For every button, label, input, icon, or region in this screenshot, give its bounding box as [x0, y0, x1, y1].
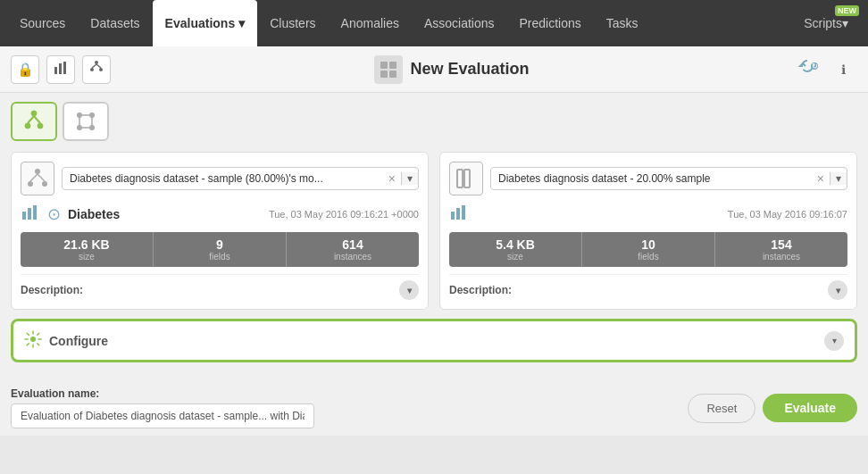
- eval-name-section: Evaluation name:: [11, 387, 677, 428]
- right-panel-arrow[interactable]: ▾: [830, 172, 847, 185]
- evaluate-button[interactable]: Evaluate: [763, 394, 857, 422]
- evaluation-icon: [374, 55, 403, 84]
- info-icon: ℹ: [841, 62, 846, 77]
- info-button[interactable]: ℹ: [829, 55, 857, 84]
- svg-rect-0: [54, 67, 57, 74]
- svg-point-14: [31, 111, 37, 116]
- right-panel-top: Diabetes diagnosis dataset - 20.00% samp…: [449, 162, 847, 195]
- svg-point-40: [30, 337, 36, 342]
- svg-point-16: [38, 123, 43, 129]
- page-title: New Evaluation: [410, 60, 529, 79]
- left-description-label: Description:: [21, 284, 83, 296]
- model-tabs: [11, 102, 857, 141]
- left-description-toggle[interactable]: ▾: [399, 280, 419, 300]
- model-tab-tree[interactable]: [11, 102, 57, 141]
- svg-rect-39: [462, 205, 465, 220]
- left-panel-clear-button[interactable]: ×: [383, 171, 401, 186]
- svg-point-15: [25, 123, 30, 129]
- nav-tasks[interactable]: Tasks: [594, 0, 651, 46]
- tree-icon: [88, 60, 104, 79]
- right-stat-fields: 10 fields: [582, 232, 715, 267]
- left-stat-fields: 9 fields: [154, 232, 287, 267]
- svg-text:↻: ↻: [812, 62, 818, 71]
- svg-rect-36: [464, 170, 470, 187]
- svg-point-3: [95, 61, 98, 64]
- left-model-date: Tue, 03 May 2016 09:16:21 +0000: [269, 209, 419, 220]
- evaluations-dropdown-arrow: ▾: [238, 16, 245, 30]
- lock-icon: 🔒: [17, 62, 34, 78]
- reset-button[interactable]: Reset: [688, 394, 755, 423]
- svg-rect-2: [63, 62, 66, 74]
- refresh-icon: ↻: [797, 57, 818, 81]
- nav-anomalies[interactable]: Anomalies: [329, 0, 412, 46]
- toolbar-title: New Evaluation: [111, 55, 793, 84]
- tree-button[interactable]: [82, 55, 111, 84]
- left-panel: Diabetes diagnosis dataset - sample (80.…: [11, 152, 429, 310]
- svg-rect-10: [380, 71, 388, 78]
- model-tab-dots[interactable]: [63, 102, 109, 141]
- left-panel-select[interactable]: Diabetes diagnosis dataset - sample (80.…: [62, 167, 419, 190]
- right-stats-row: 5.4 KB size 10 fields 154 instances: [449, 232, 847, 267]
- right-stat-instances: 154 instances: [715, 232, 847, 267]
- svg-rect-11: [389, 71, 396, 78]
- right-panel-select[interactable]: Diabetes diagnosis dataset - 20.00% samp…: [490, 167, 847, 190]
- right-description-label: Description:: [449, 284, 512, 296]
- svg-rect-35: [457, 170, 463, 187]
- right-panel-icon: [449, 162, 483, 195]
- right-stat-size: 5.4 KB size: [449, 232, 582, 267]
- configure-icon: [24, 330, 42, 351]
- configure-section: Configure ▾: [11, 319, 857, 362]
- right-panel: Diabetes diagnosis dataset - 20.00% samp…: [439, 152, 857, 310]
- nav-clusters[interactable]: Clusters: [257, 0, 328, 46]
- left-panel-arrow[interactable]: ▾: [401, 172, 418, 185]
- left-model-name: Diabetes: [68, 207, 120, 221]
- svg-point-29: [42, 181, 47, 187]
- nav-sources[interactable]: Sources: [7, 0, 78, 46]
- left-stat-size: 21.6 KB size: [21, 232, 154, 267]
- left-target-icon: ⊙: [47, 204, 61, 224]
- left-description-row: Description: ▾: [21, 274, 419, 300]
- refresh-button[interactable]: ↻: [793, 55, 822, 84]
- svg-point-4: [90, 68, 94, 71]
- nav-scripts[interactable]: Scripts ▾ NEW: [791, 0, 861, 46]
- svg-point-27: [35, 169, 40, 174]
- left-panel-select-text: Diabetes diagnosis dataset - sample (80.…: [63, 168, 383, 189]
- nav-associations[interactable]: Associations: [412, 0, 507, 46]
- left-model-info: ⊙ Diabetes Tue, 03 May 2016 09:16:21 +00…: [21, 203, 419, 225]
- eval-name-label: Evaluation name:: [11, 387, 677, 400]
- svg-rect-33: [28, 208, 31, 220]
- nav-evaluations[interactable]: Evaluations ▾: [153, 0, 258, 46]
- left-chart-icon: [21, 203, 40, 225]
- svg-line-17: [28, 116, 34, 123]
- toolbar-left-icons: 🔒: [11, 55, 111, 84]
- panels-row: Diabetes diagnosis dataset - sample (80.…: [11, 152, 857, 310]
- bottom-row: Evaluation name: Reset Evaluate: [0, 380, 868, 436]
- right-description-row: Description: ▾: [449, 274, 847, 300]
- configure-label: Configure: [49, 334, 108, 348]
- svg-line-31: [38, 174, 45, 181]
- svg-point-28: [28, 181, 33, 187]
- nav-datasets[interactable]: Datasets: [78, 0, 152, 46]
- right-description-toggle[interactable]: ▾: [828, 280, 847, 300]
- chart-icon: [53, 60, 69, 79]
- eval-name-input[interactable]: [11, 403, 314, 428]
- main-content: Diabetes diagnosis dataset - sample (80.…: [0, 93, 868, 380]
- right-panel-select-text: Diabetes diagnosis dataset - 20.00% samp…: [491, 168, 812, 189]
- svg-line-7: [96, 64, 101, 68]
- svg-line-6: [92, 64, 96, 68]
- chart-button[interactable]: [46, 55, 75, 84]
- configure-toggle[interactable]: ▾: [824, 331, 844, 351]
- left-stats-row: 21.6 KB size 9 fields 614 instances: [21, 232, 419, 267]
- svg-point-5: [99, 68, 103, 71]
- nav-predictions[interactable]: Predictions: [507, 0, 594, 46]
- right-chart-icon: [449, 203, 469, 225]
- left-panel-top: Diabetes diagnosis dataset - sample (80.…: [21, 162, 419, 195]
- lock-button[interactable]: 🔒: [11, 55, 39, 84]
- configure-left: Configure: [24, 330, 108, 351]
- left-stat-instances: 614 instances: [287, 232, 419, 267]
- svg-rect-8: [380, 62, 388, 69]
- bottom-buttons: Reset Evaluate: [688, 394, 857, 423]
- svg-line-18: [34, 116, 40, 123]
- toolbar: 🔒: [0, 46, 868, 93]
- right-panel-clear-button[interactable]: ×: [812, 171, 830, 186]
